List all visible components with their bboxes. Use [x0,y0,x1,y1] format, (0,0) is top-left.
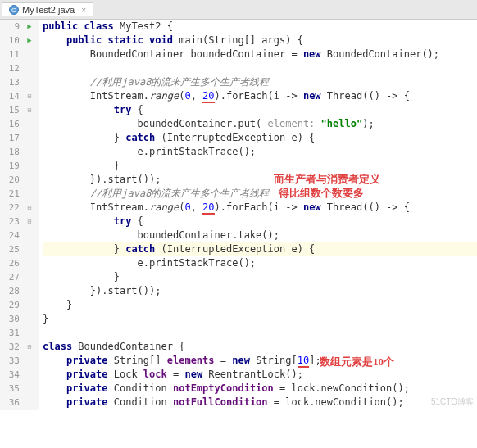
code-line-19: } [43,159,477,173]
code-line-32: class BoundedContainer { [43,340,477,354]
line-number: 35 [0,382,23,396]
array-size-10: 10 [298,355,309,368]
collapse-icon[interactable]: ⊟ [28,340,32,354]
code-line-26: e.printStackTrace(); [43,256,477,270]
gutter-row-19[interactable]: 19 [0,159,39,173]
line-number: 22 [0,201,23,215]
collapse-icon[interactable]: ⊟ [28,89,32,103]
line-number: 21 [0,187,23,201]
line-number: 16 [0,117,23,131]
gutter-row-22[interactable]: 22⊟ [0,201,39,215]
code-line-10: public static void main(String[] args) { [43,34,477,48]
gutter: 9▶10▶11121314⊟15⊟16171819202122⊟23⊟24252… [0,20,39,410]
code-line-35: private Condition notEmptyCondition = lo… [43,382,477,396]
line-number: 17 [0,131,23,145]
line-number: 10 [0,34,23,48]
gutter-row-15[interactable]: 15⊟ [0,103,39,117]
line-number: 27 [0,270,23,284]
code-line-13: //利用java8的流来产生多个生产者线程 [43,75,477,89]
line-number: 36 [0,396,23,410]
code-line-17: } catch (InterruptedException e) { [43,131,477,145]
close-icon[interactable]: × [81,6,86,15]
gutter-row-9[interactable]: 9▶ [0,20,39,34]
code-line-9: public class MyTest2 { [43,20,477,34]
line-number: 31 [0,326,23,340]
gutter-row-29[interactable]: 29 [0,298,39,312]
gutter-row-33[interactable]: 33 [0,354,39,368]
tab-bar: C MyTest2.java × [0,0,477,20]
collapse-icon[interactable]: ⊟ [28,201,32,215]
gutter-row-34[interactable]: 34 [0,368,39,382]
line-number: 23 [0,215,23,229]
code-line-24: boundedContainer.take(); [43,229,477,242]
gutter-row-36[interactable]: 36 [0,396,39,410]
line-number: 34 [0,368,23,382]
code-area[interactable]: public class MyTest2 { public static voi… [39,20,477,410]
gutter-row-28[interactable]: 28 [0,284,39,298]
line-number: 30 [0,312,23,326]
gutter-row-24[interactable]: 24 [0,229,39,242]
code-line-34: private Lock lock = new ReentrantLock(); [43,368,477,382]
code-line-27: } [43,270,477,284]
code-line-21: //利用java8的流来产生多个生产者线程 [43,187,477,201]
gutter-row-25[interactable]: 25 [0,242,39,256]
gutter-row-27[interactable]: 27 [0,270,39,284]
gutter-row-23[interactable]: 23⊟ [0,215,39,229]
line-number: 19 [0,159,23,173]
range-arg-20-b: 20 [202,201,214,215]
line-number: 20 [0,173,23,187]
annotation-1-line2: 得比组数个数要多 [279,186,364,201]
collapse-icon[interactable]: ⊟ [28,103,32,117]
inline-hint: element: [268,118,316,129]
line-number: 24 [0,229,23,242]
gutter-row-14[interactable]: 14⊟ [0,89,39,103]
gutter-row-13[interactable]: 13 [0,75,39,89]
code-line-31 [43,326,477,340]
annotation-1-line1: 而生产者与消费者定义 [274,172,380,187]
gutter-row-26[interactable]: 26 [0,256,39,270]
tab-filename: MyTest2.java [22,5,75,15]
gutter-row-10[interactable]: 10▶ [0,34,39,48]
code-line-23: try { [43,215,477,229]
gutter-row-31[interactable]: 31 [0,326,39,340]
gutter-row-18[interactable]: 18 [0,145,39,159]
gutter-row-16[interactable]: 16 [0,117,39,131]
code-line-25: } catch (InterruptedException e) { [43,242,477,256]
line-number: 25 [0,242,23,256]
line-number: 12 [0,61,23,75]
gutter-row-35[interactable]: 35 [0,382,39,396]
code-line-15: try { [43,103,477,117]
collapse-icon[interactable]: ⊟ [28,215,32,229]
code-line-29: } [43,298,477,312]
run-icon[interactable]: ▶ [27,20,31,34]
editor: 9▶10▶11121314⊟15⊟16171819202122⊟23⊟24252… [0,20,477,410]
gutter-row-17[interactable]: 17 [0,131,39,145]
gutter-row-12[interactable]: 12 [0,61,39,75]
code-line-18: e.printStackTrace(); [43,145,477,159]
gutter-row-30[interactable]: 30 [0,312,39,326]
code-line-14: IntStream.range(0, 20).forEach(i -> new … [43,89,477,103]
line-number: 28 [0,284,23,298]
code-line-12 [43,61,477,75]
gutter-row-32[interactable]: 32⊟ [0,340,39,354]
line-number: 9 [0,20,23,34]
gutter-row-20[interactable]: 20 [0,173,39,187]
file-tab[interactable]: C MyTest2.java × [2,2,93,16]
line-number: 32 [0,340,23,354]
code-line-28: }).start()); [43,284,477,298]
code-line-22: IntStream.range(0, 20).forEach(i -> new … [43,201,477,215]
code-line-20: }).start()); [43,173,477,187]
gutter-row-21[interactable]: 21 [0,187,39,201]
watermark: 51CTO博客 [431,396,474,408]
code-line-33: private String[] elements = new String[1… [43,354,477,368]
line-number: 33 [0,354,23,368]
line-number: 29 [0,298,23,312]
code-line-11: BoundedContainer boundedContainer = new … [43,48,477,61]
range-arg-20: 20 [202,90,214,103]
line-number: 15 [0,103,23,117]
run-icon[interactable]: ▶ [27,34,31,48]
code-line-36: private Condition notFullCondition = loc… [43,396,477,410]
line-number: 11 [0,48,23,61]
gutter-row-11[interactable]: 11 [0,48,39,61]
line-number: 26 [0,256,23,270]
